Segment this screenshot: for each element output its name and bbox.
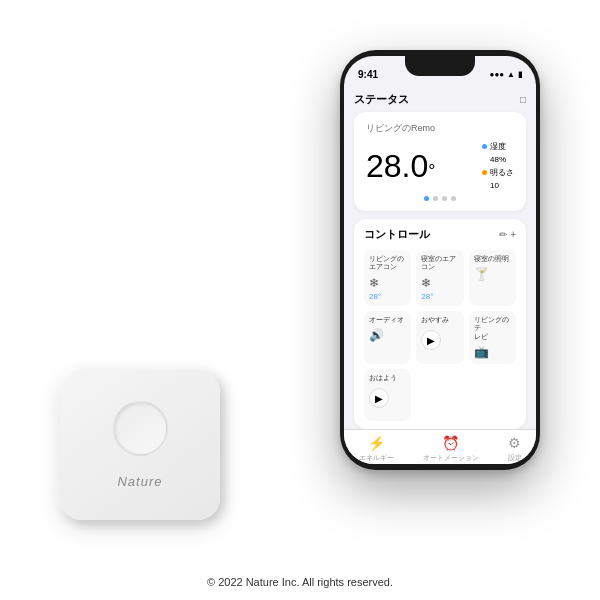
- battery-icon: ▮: [518, 70, 522, 79]
- automation-label: オートメーション: [423, 453, 479, 463]
- control-bedroom-light-icon: 🍸: [474, 267, 489, 281]
- settings-icon: ⚙: [508, 435, 521, 451]
- controls-header: コントロール ✏ +: [364, 227, 516, 242]
- temperature-display: 28.0°: [366, 150, 435, 182]
- control-audio[interactable]: オーディオ 🔊: [364, 311, 411, 364]
- control-audio-icon: 🔊: [369, 328, 384, 342]
- control-tv-label: リビングのテレビ: [474, 316, 511, 341]
- control-audio-label: オーディオ: [369, 316, 404, 324]
- light-dot: [482, 170, 487, 175]
- copyright-text: © 2022 Nature Inc. All rights reserved.: [207, 576, 393, 588]
- phone-notch: [405, 56, 475, 76]
- app-content: ステータス □ リビングのRemo 28.0° 湿度: [344, 84, 536, 429]
- control-bedroom-ac-temp: 28°: [421, 292, 433, 301]
- tab-automation[interactable]: ⏰ オートメーション: [423, 435, 479, 463]
- control-tv-icon: 📺: [474, 345, 489, 359]
- control-living-ac-temp: 28°: [369, 292, 381, 301]
- bottom-tabs: ⚡ エネルギー ⏰ オートメーション ⚙ 設定: [344, 429, 536, 464]
- sensor-data: 湿度 48% 明るさ 10: [482, 141, 514, 190]
- controls-section: コントロール ✏ + リビングのエアコン ❄ 28° 寝室のエアコン: [354, 219, 526, 429]
- phone-screen: 9:41 ●●● ▲ ▮ ステータス □ リビングのRemo: [344, 56, 536, 464]
- control-bedroom-ac-icon: ❄: [421, 276, 431, 290]
- automation-icon: ⏰: [442, 435, 459, 451]
- humidity-value-row: 48%: [482, 155, 514, 164]
- controls-grid: リビングのエアコン ❄ 28° 寝室のエアコン ❄ 28° 寝室の照明: [364, 250, 516, 421]
- energy-label: エネルギー: [359, 453, 394, 463]
- dot-2: [433, 196, 438, 201]
- control-oyasumi[interactable]: おやすみ ▶: [416, 311, 463, 364]
- status-icons: ●●● ▲ ▮: [490, 70, 522, 79]
- humidity-dot: [482, 144, 487, 149]
- temperature-row: 28.0° 湿度 48% 明るさ: [366, 141, 514, 190]
- tab-settings[interactable]: ⚙ 設定: [508, 435, 522, 463]
- dot-3: [442, 196, 447, 201]
- control-living-ac-icon: ❄: [369, 276, 379, 290]
- control-ohayo-label: おはよう: [369, 374, 397, 382]
- humidity-value: 48%: [490, 155, 506, 164]
- settings-label: 設定: [508, 453, 522, 463]
- dot-1: [424, 196, 429, 201]
- room-name: リビングのRemo: [366, 122, 514, 135]
- smartphone: 9:41 ●●● ▲ ▮ ステータス □ リビングのRemo: [340, 50, 540, 470]
- pagination-dots: [366, 196, 514, 201]
- tab-energy[interactable]: ⚡ エネルギー: [359, 435, 394, 463]
- light-label: 明るさ: [490, 167, 514, 178]
- signal-icon: ●●●: [490, 70, 505, 79]
- controls-title: コントロール: [364, 227, 430, 242]
- control-living-ac-label: リビングのエアコン: [369, 255, 404, 272]
- status-card: リビングのRemo 28.0° 湿度 48%: [354, 112, 526, 211]
- control-bedroom-light[interactable]: 寝室の照明 🍸: [469, 250, 516, 306]
- control-tv[interactable]: リビングのテレビ 📺: [469, 311, 516, 364]
- device-brand-label: Nature: [117, 474, 162, 489]
- temp-value: 28.0: [366, 148, 428, 184]
- wifi-icon: ▲: [507, 70, 515, 79]
- status-section-header: ステータス □: [354, 92, 526, 107]
- light-value: 10: [490, 181, 499, 190]
- control-oyasumi-label: おやすみ: [421, 316, 449, 324]
- control-bedroom-ac[interactable]: 寝室のエアコン ❄ 28°: [416, 250, 463, 306]
- energy-icon: ⚡: [368, 435, 385, 451]
- humidity-label: 湿度: [490, 141, 506, 152]
- control-ohayo-btn[interactable]: ▶: [369, 388, 389, 408]
- light-value-row: 10: [482, 181, 514, 190]
- status-section-icon[interactable]: □: [520, 94, 526, 105]
- temp-unit: °: [428, 161, 435, 181]
- device-circle: [113, 401, 168, 456]
- control-bedroom-light-label: 寝室の照明: [474, 255, 509, 263]
- dot-4: [451, 196, 456, 201]
- status-time: 9:41: [358, 69, 378, 80]
- humidity-row: 湿度: [482, 141, 514, 152]
- control-ohayo[interactable]: おはよう ▶: [364, 369, 411, 421]
- status-title: ステータス: [354, 92, 409, 107]
- control-living-ac[interactable]: リビングのエアコン ❄ 28°: [364, 250, 411, 306]
- control-bedroom-ac-label: 寝室のエアコン: [421, 255, 456, 272]
- nature-remo-device: Nature: [60, 370, 220, 520]
- light-row: 明るさ: [482, 167, 514, 178]
- controls-add-icon[interactable]: ✏ +: [499, 229, 516, 240]
- control-oyasumi-btn[interactable]: ▶: [421, 330, 441, 350]
